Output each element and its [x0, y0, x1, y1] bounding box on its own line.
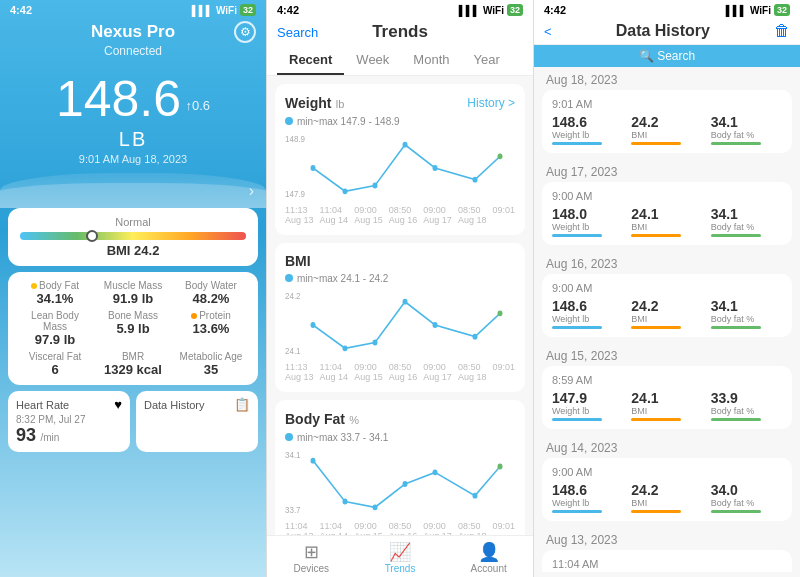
weight-chart-unit: lb — [336, 98, 345, 110]
bmi-chart-labels: 11:13Aug 1311:04Aug 1409:00Aug 1508:50Au… — [285, 362, 515, 382]
bodyfat-chart-unit: % — [349, 414, 359, 426]
history-icon: 📋 — [234, 397, 250, 412]
svg-point-5 — [403, 142, 408, 148]
svg-point-3 — [343, 188, 348, 194]
entry-aug18[interactable]: 9:01 AM 148.6 Weight lb 24.2 BMI 34.1 Bo… — [542, 90, 792, 153]
weight-chart-area: 148.9 147.9 — [285, 133, 515, 203]
trends-nav-label: Trends — [356, 563, 445, 574]
stat-visceral-fat: Visceral Fat 6 — [18, 351, 92, 377]
svg-point-4 — [373, 183, 378, 189]
bmi-chart-range: min~max 24.1 - 24.2 — [285, 273, 515, 284]
svg-text:24.2: 24.2 — [285, 291, 301, 302]
weight-chart-title: Weight — [285, 95, 331, 111]
date-aug18: Aug 18, 2023 — [542, 67, 792, 90]
bmi-value: BMI 24.2 — [20, 243, 246, 258]
svg-point-16 — [473, 334, 478, 340]
weight-value: 148.6 — [56, 71, 181, 127]
weight-history-link[interactable]: History > — [467, 96, 515, 110]
svg-point-24 — [433, 469, 438, 475]
svg-point-23 — [403, 481, 408, 487]
bmi-section: Normal BMI 24.2 — [8, 208, 258, 266]
nav-trends[interactable]: 📈 Trends — [356, 541, 445, 574]
status-bar-2: 4:42 ▌▌▌ WiFi 32 — [267, 0, 533, 20]
data-history-title: Data History — [616, 22, 710, 40]
bottom-nav: ⊞ Devices 📈 Trends 👤 Account — [267, 535, 533, 577]
connected-status: Connected — [0, 44, 266, 58]
date-aug15: Aug 15, 2023 — [542, 343, 792, 366]
tab-recent[interactable]: Recent — [277, 46, 344, 75]
bmi-chart-area: 24.2 24.1 — [285, 290, 515, 360]
entry-aug16[interactable]: 9:00 AM 148.6 Weight lb 24.2 BMI 34.1 Bo… — [542, 274, 792, 337]
trends-title: Trends — [372, 22, 428, 42]
range-dot-bmi — [285, 274, 293, 282]
entry-aug15[interactable]: 8:59 AM 147.9 Weight lb 24.1 BMI 33.9 Bo… — [542, 366, 792, 429]
bmi-chart-title: BMI — [285, 253, 311, 269]
svg-text:147.9: 147.9 — [285, 189, 305, 200]
metric-weight-aug18: 148.6 Weight lb — [552, 114, 623, 145]
svg-text:148.9: 148.9 — [285, 134, 305, 145]
history-scroll[interactable]: Aug 18, 2023 9:01 AM 148.6 Weight lb 24.… — [534, 67, 800, 572]
heart-rate-time: 8:32 PM, Jul 27 — [16, 414, 122, 425]
trends-icon: 📈 — [356, 541, 445, 563]
status-bar-3: 4:42 ▌▌▌ WiFi 32 — [534, 0, 800, 20]
stat-muscle-mass: Muscle Mass 91.9 lb — [96, 280, 170, 306]
svg-point-26 — [498, 464, 503, 470]
svg-point-6 — [433, 165, 438, 171]
weight-chart-range: min~max 147.9 - 148.9 — [285, 116, 515, 127]
back-button[interactable]: < — [544, 24, 552, 39]
stat-bmr: BMR 1329 kcal — [96, 351, 170, 377]
date-aug13: Aug 13, 2023 — [542, 527, 792, 550]
weight-change: ↑0.6 — [186, 98, 211, 113]
device-header: Nexus Pro ⚙ — [0, 20, 266, 44]
device-name: Nexus Pro — [91, 22, 175, 42]
tab-week[interactable]: Week — [344, 46, 401, 75]
stat-dot-orange — [191, 313, 197, 319]
account-label: Account — [444, 563, 533, 574]
trash-button[interactable]: 🗑 — [774, 22, 790, 40]
bmi-normal-label: Normal — [20, 216, 246, 228]
bodyfat-chart-svg: 34.1 33.7 — [285, 449, 515, 519]
trends-scroll[interactable]: Weight lb History > min~max 147.9 - 148.… — [267, 76, 533, 568]
gear-button[interactable]: ⚙ — [234, 21, 256, 43]
trends-header: Search Trends — [267, 20, 533, 46]
signal-icon-2: ▌▌▌ — [459, 5, 480, 16]
nav-devices[interactable]: ⊞ Devices — [267, 541, 356, 574]
entry-aug17[interactable]: 9:00 AM 148.0 Weight lb 24.1 BMI 34.1 Bo… — [542, 182, 792, 245]
svg-point-14 — [403, 299, 408, 305]
time-aug16: 9:00 AM — [552, 282, 782, 294]
bodyfat-chart-section: Body Fat % min~max 33.7 - 34.1 34.1 33.7 — [275, 400, 525, 551]
battery-2: 32 — [507, 4, 523, 16]
entry-aug14[interactable]: 9:00 AM 148.6 Weight lb 24.2 BMI 34.0 Bo… — [542, 458, 792, 521]
tab-month[interactable]: Month — [401, 46, 461, 75]
search-label-3: Search — [657, 49, 695, 63]
heart-rate-card[interactable]: Heart Rate ♥ 8:32 PM, Jul 27 93 /min — [8, 391, 130, 452]
stat-dot-yellow — [31, 283, 37, 289]
heart-rate-unit: /min — [40, 432, 59, 443]
weight-chart-labels: 11:13Aug 1311:04Aug 1409:00Aug 1508:50Au… — [285, 205, 515, 225]
tab-year[interactable]: Year — [462, 46, 512, 75]
time-1: 4:42 — [10, 4, 32, 16]
time-2: 4:42 — [277, 4, 299, 16]
nav-account[interactable]: 👤 Account — [444, 541, 533, 574]
heart-rate-label: Heart Rate — [16, 399, 69, 411]
entry-aug13[interactable]: 11:04 AM 148.9 Weight lb 24.2 BMI 33.9 B… — [542, 550, 792, 572]
arrow-right-icon[interactable]: › — [249, 182, 254, 200]
stat-lean-body: Lean Body Mass 97.9 lb — [18, 310, 92, 347]
search-bar-3[interactable]: 🔍 Search — [534, 45, 800, 67]
heart-icon: ♥ — [114, 397, 122, 412]
data-history-label: Data History — [144, 399, 205, 411]
status-bar-1: 4:42 ▌▌▌ WiFi 32 — [0, 0, 266, 20]
heart-rate-value: 93 /min — [16, 425, 122, 446]
bodyfat-chart-range: min~max 33.7 - 34.1 — [285, 432, 515, 443]
svg-point-2 — [311, 165, 316, 171]
bmi-chart-section: BMI min~max 24.1 - 24.2 24.2 24.1 — [275, 243, 525, 392]
range-dot-bf — [285, 433, 293, 441]
search-label-2[interactable]: Search — [277, 25, 318, 40]
data-history-card[interactable]: Data History 📋 — [136, 391, 258, 452]
signal-icon: ▌▌▌ — [192, 5, 213, 16]
panel-trends: 4:42 ▌▌▌ WiFi 32 Search Trends Recent We… — [266, 0, 533, 577]
metric-bf-aug18: 34.1 Body fat % — [711, 114, 782, 145]
svg-point-17 — [498, 310, 503, 316]
stat-protein: Protein 13.6% — [174, 310, 248, 347]
wifi-icon-2: WiFi — [483, 5, 504, 16]
